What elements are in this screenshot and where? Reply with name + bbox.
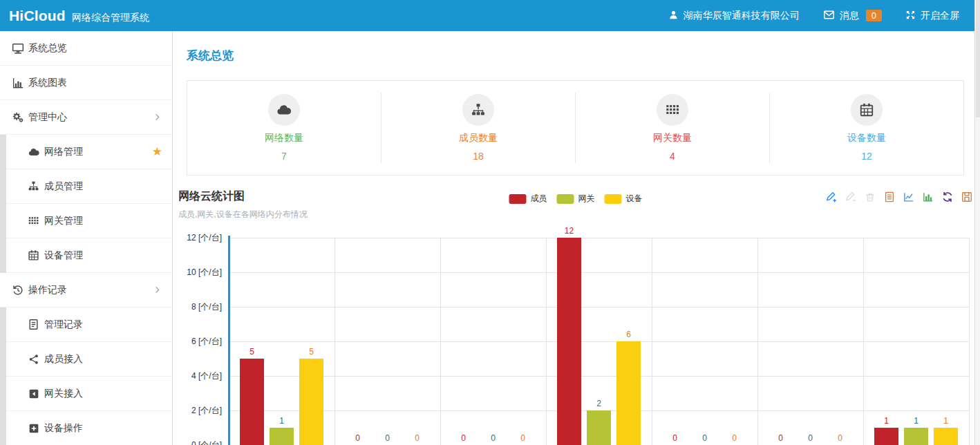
bar-value-label-device: 5 — [299, 347, 323, 357]
y-axis-tick-label: 4 [个/台] — [173, 370, 222, 381]
bar-value-label-gateway: 0 — [798, 433, 822, 444]
save-image-icon[interactable] — [961, 191, 973, 203]
bar-value-label-gateway: 0 — [375, 433, 399, 444]
bar-value-label-member: 1 — [874, 416, 898, 426]
sidebar-item-gateway-management[interactable]: 网关管理 — [6, 204, 172, 238]
envelope-icon — [823, 9, 835, 23]
sidebar-item-management-records[interactable]: 管理记录 — [6, 307, 172, 342]
legend-item-members[interactable]: 成员 — [509, 193, 547, 205]
mark-clear-trash-icon[interactable] — [864, 191, 876, 203]
company-menu[interactable]: 湖南华辰智通科技有限公司 — [668, 10, 800, 22]
calendar-icon — [851, 94, 883, 126]
gears-icon — [11, 111, 24, 124]
gridline-vertical — [863, 238, 864, 445]
gridline-horizontal — [229, 307, 969, 307]
bar-value-label-device: 6 — [616, 330, 641, 340]
fullscreen-label: 开启全屏 — [921, 10, 959, 22]
sidebar-item-device-management[interactable]: 设备管理 — [6, 238, 172, 273]
bar-value-label-gateway: 0 — [692, 433, 717, 444]
gridline-horizontal — [229, 238, 969, 238]
y-axis-line — [228, 236, 230, 445]
main-content: 系统总览 网络数量 7 成员数量 18 网关数量 4 设备数量 12 网络云统计… — [173, 31, 974, 445]
sitemap-icon — [27, 180, 40, 193]
gridline-vertical — [757, 238, 758, 445]
stats-panel: 网络数量 7 成员数量 18 网关数量 4 设备数量 12 — [187, 80, 964, 176]
bar-value-label-gateway: 1 — [904, 416, 928, 426]
legend-swatch-devices — [605, 194, 622, 204]
bar-device — [299, 359, 323, 445]
stat-value: 4 — [576, 151, 769, 162]
bar-value-label-device: 0 — [828, 433, 852, 444]
chart-subtitle: 成员,网关,设备在各网络内分布情况 — [178, 209, 973, 220]
bar-chart-plot: 0 [个/台]2 [个/台]4 [个/台]6 [个/台]8 [个/台]10 [个… — [173, 234, 974, 445]
management-submenu: 网络管理 ★ 成员管理 网关管理 设备管理 — [0, 135, 172, 273]
y-axis-tick-label: 10 [个/台] — [173, 267, 222, 278]
legend-swatch-gateways — [557, 194, 574, 204]
messages-count-badge: 0 — [866, 10, 882, 21]
monitor-icon — [11, 41, 24, 55]
grid-icon — [657, 94, 688, 126]
y-axis-tick-label: 8 [个/台] — [173, 301, 222, 312]
magic-type-bar-icon[interactable] — [922, 191, 934, 203]
sidebar-item-system-charts[interactable]: 系统图表 — [0, 66, 172, 100]
stat-card-members: 成员数量 18 — [381, 93, 576, 163]
records-submenu: 管理记录 成员接入 网关接入 设备操作 — [0, 307, 172, 445]
bar-gateway — [587, 410, 611, 445]
sidebar-item-management-center[interactable]: 管理中心 — [0, 100, 172, 135]
fullscreen-button[interactable]: 开启全屏 — [905, 10, 959, 22]
bar-value-label-device: 0 — [405, 433, 429, 444]
y-axis-tick-label: 6 [个/台] — [173, 336, 222, 347]
bar-value-label-device: 0 — [511, 433, 535, 444]
data-view-icon[interactable] — [883, 191, 896, 203]
stat-label: 网关数量 — [576, 132, 769, 144]
scrollbar-thumb[interactable] — [976, 0, 980, 117]
bar-value-label-gateway: 0 — [481, 433, 505, 444]
sidebar-item-member-access[interactable]: 成员接入 — [6, 342, 172, 377]
cloud-icon — [27, 145, 40, 158]
expand-arrows-icon — [905, 10, 916, 22]
messages-label: 消息 — [840, 10, 859, 22]
mark-pencil-add-icon[interactable] — [825, 191, 838, 203]
sidebar-item-member-management[interactable]: 成员管理 — [6, 169, 172, 204]
bar-value-label-member: 0 — [663, 433, 687, 444]
stat-value: 18 — [381, 151, 575, 162]
chart-legend: 成员 网关 设备 — [509, 193, 643, 205]
y-axis-tick-label: 0 [个/台] — [173, 439, 222, 445]
gridline-vertical — [546, 238, 547, 445]
legend-swatch-members — [509, 194, 527, 204]
bar-device — [616, 341, 641, 445]
bar-chart-icon — [11, 76, 24, 89]
legend-item-gateways[interactable]: 网关 — [557, 193, 595, 205]
sidebar: 系统总览 系统图表 管理中心 网络管理 ★ 成员管理 网关管理 设备管理 操作记… — [0, 31, 173, 445]
stat-card-devices: 设备数量 12 — [770, 93, 963, 163]
stat-card-networks: 网络数量 7 — [187, 93, 381, 163]
bar-value-label-member: 0 — [346, 433, 370, 444]
bar-member — [240, 359, 264, 445]
plus-square-icon — [27, 422, 40, 435]
caret-left-square-icon — [27, 387, 40, 400]
bar-value-label-gateway: 1 — [270, 416, 294, 426]
company-name: 湖南华辰智通科技有限公司 — [684, 10, 800, 22]
bar-device — [934, 428, 958, 445]
sidebar-item-device-operations[interactable]: 设备操作 — [6, 411, 172, 445]
mark-pencil-remove-icon[interactable] — [845, 191, 857, 203]
bar-gateway — [904, 428, 928, 445]
legend-item-devices[interactable]: 设备 — [605, 193, 643, 205]
calendar-icon — [27, 249, 40, 262]
bar-member — [557, 238, 581, 445]
bar-value-label-member: 0 — [769, 433, 793, 444]
page-scrollbar[interactable] — [974, 0, 980, 445]
magic-type-line-icon[interactable] — [903, 191, 915, 203]
restore-icon[interactable] — [941, 191, 954, 203]
sidebar-item-operation-records[interactable]: 操作记录 — [0, 273, 172, 307]
stat-label: 成员数量 — [381, 132, 575, 144]
user-icon — [668, 10, 679, 22]
gridline-vertical — [440, 238, 441, 445]
bar-value-label-gateway: 2 — [587, 399, 611, 409]
stat-card-gateways: 网关数量 4 — [576, 93, 770, 163]
sidebar-item-gateway-access[interactable]: 网关接入 — [6, 377, 172, 411]
gridline-horizontal — [229, 341, 969, 342]
sidebar-item-system-overview[interactable]: 系统总览 — [0, 31, 172, 66]
messages-menu[interactable]: 消息 0 — [823, 9, 882, 23]
sidebar-item-network-management[interactable]: 网络管理 ★ — [6, 135, 172, 169]
